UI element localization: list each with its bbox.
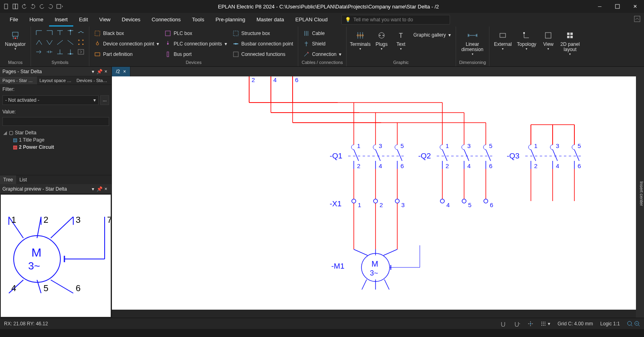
- blackbox-button[interactable]: Black box: [93, 29, 161, 38]
- window-controls: ─ ✕: [591, 0, 644, 13]
- lindim-button[interactable]: Linear dimension▾: [459, 28, 486, 56]
- menu-devices[interactable]: Devices: [116, 13, 146, 27]
- plcbox-button[interactable]: PLC box: [163, 29, 228, 38]
- tree-root[interactable]: ◢▢Star Delta: [2, 129, 110, 136]
- panel-pin-icon[interactable]: 📌: [96, 69, 103, 74]
- panel-close-icon[interactable]: ×: [103, 69, 109, 74]
- menu-eplan-cloud[interactable]: EPLAN Cloud: [290, 13, 333, 27]
- svg-rect-5: [634, 16, 640, 22]
- svg-text:-Q2: -Q2: [418, 152, 431, 160]
- zoom-out-icon[interactable]: [627, 321, 633, 327]
- ribbon-collapse-icon[interactable]: [634, 15, 641, 24]
- sym-arrow-r[interactable]: [34, 47, 44, 56]
- target-icon[interactable]: [528, 321, 533, 327]
- svg-text:1: 1: [357, 142, 360, 149]
- sym-diag1[interactable]: [55, 38, 65, 47]
- sym-tee-down[interactable]: [55, 28, 65, 37]
- shield-button[interactable]: Shield: [301, 39, 343, 48]
- svg-text:6: 6: [295, 76, 298, 83]
- plugs-button[interactable]: Plugs▾: [373, 28, 390, 51]
- qat-more-icon[interactable]: [56, 3, 63, 10]
- menu-home[interactable]: Home: [24, 13, 49, 27]
- svg-line-118: [376, 150, 380, 161]
- connection-button[interactable]: Connection ▾: [301, 50, 343, 59]
- navigator-button[interactable]: Navigator ▾: [3, 28, 27, 51]
- devconn-button[interactable]: Device connection point ▾: [93, 39, 161, 48]
- snap2-icon[interactable]: [514, 321, 520, 327]
- sym-jumper[interactable]: [76, 28, 86, 37]
- redo-icon[interactable]: [30, 3, 36, 10]
- preview-menu-icon[interactable]: ▾: [90, 186, 96, 192]
- cable-button[interactable]: Cable: [301, 29, 343, 38]
- menu-file[interactable]: File: [4, 13, 24, 27]
- external-icon: [499, 30, 507, 41]
- sym-dots[interactable]: [76, 38, 86, 47]
- blackbox-icon: [94, 30, 101, 37]
- tree-page-1[interactable]: ▤1 Title Page: [2, 136, 110, 144]
- tree-tab[interactable]: Tree: [0, 175, 16, 184]
- view-button[interactable]: View▾: [540, 28, 556, 51]
- menu-master-data[interactable]: Master data: [251, 13, 290, 27]
- partdef-button[interactable]: Part definition: [93, 50, 161, 59]
- grid-icon[interactable]: ▾: [541, 321, 550, 327]
- gallery-button[interactable]: Graphic gallery ▾: [412, 31, 452, 39]
- text-button[interactable]: TText▾: [392, 28, 409, 51]
- subtab-pages[interactable]: Pages - Star D...: [0, 76, 37, 84]
- filter-more-button[interactable]: ...: [100, 95, 109, 105]
- menu-edit[interactable]: Edit: [73, 13, 93, 27]
- external-button[interactable]: External▾: [493, 28, 513, 51]
- sym-angle2[interactable]: [45, 38, 54, 47]
- panel-menu-icon[interactable]: ▾: [90, 69, 96, 74]
- connection-icon: [303, 51, 310, 58]
- topology-button[interactable]: Topology▾: [515, 28, 538, 51]
- sym-diag2[interactable]: [66, 38, 75, 47]
- sym-angle1[interactable]: [34, 38, 44, 47]
- busport-button[interactable]: Bus port: [163, 50, 228, 59]
- subtab-devices[interactable]: Devices - Star ...: [74, 76, 111, 84]
- undo2-icon[interactable]: [39, 3, 45, 10]
- subtab-layout[interactable]: Layout space -...: [37, 76, 74, 84]
- sym-tee-down-dot[interactable]: [66, 28, 75, 37]
- svg-point-171: [440, 199, 444, 203]
- maximize-button[interactable]: [609, 0, 626, 13]
- sym-corner-tr[interactable]: [45, 28, 54, 37]
- menu-tools[interactable]: Tools: [186, 13, 210, 27]
- menu-connections[interactable]: Connections: [146, 13, 186, 27]
- search-box[interactable]: 💡 Tell me what you want to do: [341, 15, 450, 25]
- sym-tee-up[interactable]: [55, 47, 65, 56]
- close-button[interactable]: ✕: [626, 0, 644, 13]
- sym-more[interactable]: [76, 47, 86, 56]
- filter-dropdown[interactable]: - Not activated -▾: [2, 95, 99, 105]
- busbar-button[interactable]: Busbar connection point: [231, 39, 295, 48]
- zoom-in-icon[interactable]: [634, 321, 640, 327]
- sym-tee-up-dot[interactable]: [66, 47, 75, 56]
- undo-icon[interactable]: [21, 3, 27, 10]
- menu-pre-planning[interactable]: Pre-planning: [210, 13, 251, 27]
- connfun-button[interactable]: Connected functions: [231, 50, 295, 59]
- menu-view[interactable]: View: [94, 13, 116, 27]
- list-tab[interactable]: List: [16, 175, 30, 184]
- svg-text:5: 5: [489, 142, 492, 149]
- menu-insert[interactable]: Insert: [49, 13, 74, 27]
- value-input[interactable]: [2, 117, 109, 126]
- insert-center-tab[interactable]: Insert center: [636, 67, 644, 318]
- panel-button[interactable]: 2D panel layout▾: [559, 28, 581, 56]
- schematic-canvas[interactable]: 246-Q1123456-Q2123456-Q3123456-X1123456-…: [112, 76, 636, 310]
- preview-pin-icon[interactable]: 📌: [96, 186, 103, 192]
- terminals-button[interactable]: Terminals▾: [350, 28, 371, 51]
- preview-close-icon[interactable]: ×: [103, 186, 109, 192]
- sym-break[interactable]: [45, 47, 54, 56]
- sym-corner-tl[interactable]: [34, 28, 44, 37]
- minimize-button[interactable]: ─: [591, 0, 609, 13]
- tree-page-2[interactable]: ▤2 Power Circuit: [2, 144, 110, 151]
- redo2-icon[interactable]: [47, 3, 54, 10]
- doc-tab-2[interactable]: /2 ×: [112, 67, 130, 76]
- structbox-button[interactable]: Structure box: [231, 29, 295, 38]
- open-icon[interactable]: [12, 3, 19, 10]
- svg-point-162: [352, 199, 356, 203]
- new-icon[interactable]: [3, 3, 10, 10]
- snap-icon[interactable]: [500, 321, 507, 327]
- tab-close-icon[interactable]: ×: [123, 67, 126, 76]
- svg-rect-49: [545, 33, 551, 38]
- plcconn-button[interactable]: PLC connection points ▾: [163, 39, 228, 48]
